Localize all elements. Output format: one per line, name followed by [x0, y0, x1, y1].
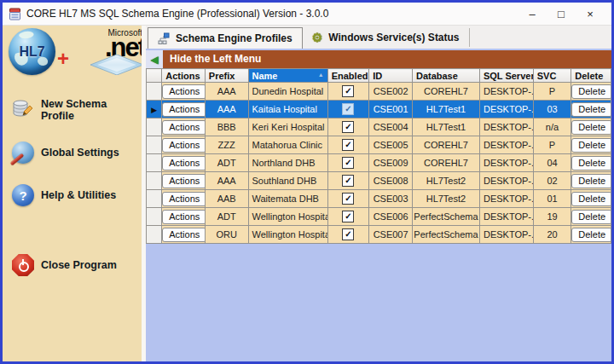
row-selector-cell[interactable]: ▶ [147, 101, 162, 118]
actions-button[interactable]: Actions [162, 156, 205, 170]
table-row[interactable]: ActionsAAADunedin Hospital✓CSE002COREHL7… [147, 83, 611, 101]
database-cell[interactable]: PerfectSchema [412, 208, 479, 226]
prefix-cell[interactable]: BBB [205, 118, 248, 136]
svc-cell[interactable]: 02 [533, 172, 571, 190]
row-selector-cell[interactable] [147, 226, 162, 244]
enabled-checkbox[interactable]: ✓ [342, 121, 354, 133]
table-row[interactable]: ActionsAAASouthland DHB✓CSE008HL7Test2DE… [147, 172, 611, 190]
actions-cell[interactable]: Actions [162, 154, 206, 172]
sql-server-cell[interactable]: DESKTOP-... [479, 154, 533, 172]
sidebar-item-close-program[interactable]: Close Program [10, 251, 142, 279]
svc-cell[interactable]: 20 [533, 226, 571, 244]
delete-button[interactable]: Delete [571, 228, 611, 242]
actions-button[interactable]: Actions [162, 138, 205, 153]
delete-button[interactable]: Delete [571, 120, 611, 135]
database-cell[interactable]: COREHL7 [412, 83, 479, 101]
delete-cell[interactable]: Delete [571, 226, 611, 244]
name-cell[interactable]: Matahorua Clinic [248, 136, 327, 154]
table-row[interactable]: ▶ActionsAAAKaitaia Hospital✓CSE001HL7Tes… [147, 101, 611, 118]
enabled-cell[interactable]: ✓ [327, 172, 369, 190]
delete-cell[interactable]: Delete [571, 118, 611, 136]
enabled-checkbox[interactable]: ✓ [342, 228, 354, 240]
actions-cell[interactable]: Actions [162, 226, 206, 244]
name-cell[interactable]: Keri Keri Hospital [248, 118, 327, 136]
actions-button[interactable]: Actions [162, 210, 205, 224]
delete-cell[interactable]: Delete [571, 172, 611, 190]
database-cell[interactable]: PerfectSchema [412, 226, 479, 244]
minimize-button[interactable]: – [518, 8, 547, 20]
delete-cell[interactable]: Delete [571, 101, 611, 118]
id-cell[interactable]: CSE001 [369, 101, 413, 118]
actions-button[interactable]: Actions [162, 192, 205, 206]
sql-server-cell[interactable]: DESKTOP-... [479, 190, 533, 208]
maximize-button[interactable]: □ [547, 8, 576, 20]
column-header-name[interactable]: Name▲ [248, 69, 327, 83]
name-cell[interactable]: Dunedin Hospital [248, 83, 327, 101]
enabled-cell[interactable]: ✓ [327, 190, 369, 208]
tab-schema-engine-profiles[interactable]: Schema Engine Profiles [148, 27, 303, 49]
table-row[interactable]: ActionsBBBKeri Keri Hospital✓CSE004HL7Te… [147, 118, 611, 136]
column-header-svc[interactable]: SVC [533, 69, 571, 83]
delete-button[interactable]: Delete [571, 156, 611, 170]
enabled-cell[interactable]: ✓ [327, 226, 369, 244]
id-cell[interactable]: CSE004 [369, 118, 413, 136]
enabled-checkbox[interactable]: ✓ [342, 175, 354, 187]
delete-cell[interactable]: Delete [571, 136, 611, 154]
delete-cell[interactable]: Delete [571, 208, 611, 226]
actions-cell[interactable]: Actions [162, 136, 206, 154]
enabled-cell[interactable]: ✓ [327, 118, 369, 136]
enabled-checkbox[interactable]: ✓ [342, 139, 354, 151]
row-selector-cell[interactable] [147, 208, 162, 226]
row-selector-cell[interactable] [147, 154, 162, 172]
sql-server-cell[interactable]: DESKTOP-... [479, 118, 533, 136]
sql-server-cell[interactable]: DESKTOP-... [479, 172, 533, 190]
sql-server-cell[interactable]: DESKTOP-... [479, 83, 533, 101]
enabled-cell[interactable]: ✓ [327, 154, 369, 172]
row-selector-cell[interactable] [147, 118, 162, 136]
hide-left-menu-bar[interactable]: Hide the Left Menu [163, 50, 611, 68]
svc-cell[interactable]: 03 [533, 101, 571, 118]
actions-button[interactable]: Actions [162, 120, 205, 135]
table-row[interactable]: ActionsAABWaitemata DHB✓CSE003HL7Test2DE… [147, 190, 611, 208]
enabled-cell[interactable]: ✓ [327, 83, 369, 101]
sidebar-item-help-utilities[interactable]: ? Help & Utilities [10, 182, 142, 209]
database-cell[interactable]: HL7Test2 [412, 172, 479, 190]
delete-button[interactable]: Delete [571, 210, 611, 224]
id-cell[interactable]: CSE007 [369, 226, 413, 244]
column-header-sql-server[interactable]: SQL Server [479, 69, 533, 83]
delete-button[interactable]: Delete [571, 192, 611, 206]
prefix-cell[interactable]: AAA [205, 172, 248, 190]
delete-cell[interactable]: Delete [571, 83, 611, 101]
row-selector-cell[interactable] [147, 190, 162, 208]
column-header-delete[interactable]: Delete [571, 69, 611, 83]
id-cell[interactable]: CSE008 [369, 172, 413, 190]
prefix-cell[interactable]: ADT [205, 154, 248, 172]
id-cell[interactable]: CSE006 [369, 208, 413, 226]
name-cell[interactable]: Kaitaia Hospital [248, 101, 327, 118]
name-cell[interactable]: Wellington Hospital 2 [248, 226, 327, 244]
table-row[interactable]: ActionsADTNorthland DHB✓CSE009COREHL7DES… [147, 154, 611, 172]
delete-button[interactable]: Delete [571, 84, 611, 99]
svc-cell[interactable]: 01 [533, 190, 571, 208]
sidebar-item-new-schema-profile[interactable]: New Schema Profile [10, 96, 142, 124]
delete-button[interactable]: Delete [571, 138, 611, 153]
id-cell[interactable]: CSE009 [369, 154, 413, 172]
name-cell[interactable]: Northland DHB [248, 154, 327, 172]
row-selector-cell[interactable] [147, 83, 162, 101]
name-cell[interactable]: Wellington Hospital 1 [248, 208, 327, 226]
hide-menu-arrow-button[interactable]: ◀ [146, 50, 163, 68]
svc-cell[interactable]: 04 [533, 154, 571, 172]
database-cell[interactable]: HL7Test1 [412, 101, 479, 118]
prefix-cell[interactable]: ADT [205, 208, 248, 226]
delete-cell[interactable]: Delete [571, 190, 611, 208]
actions-button[interactable]: Actions [162, 228, 205, 242]
table-row[interactable]: ActionsZZZMatahorua Clinic✓CSE005COREHL7… [147, 136, 611, 154]
prefix-cell[interactable]: AAB [205, 190, 248, 208]
database-cell[interactable]: COREHL7 [412, 154, 479, 172]
column-header-prefix[interactable]: Prefix [205, 69, 248, 83]
delete-cell[interactable]: Delete [571, 154, 611, 172]
sql-server-cell[interactable]: DESKTOP-... [479, 208, 533, 226]
name-cell[interactable]: Southland DHB [248, 172, 327, 190]
actions-button[interactable]: Actions [162, 102, 205, 117]
column-header-id[interactable]: ID [369, 69, 413, 83]
